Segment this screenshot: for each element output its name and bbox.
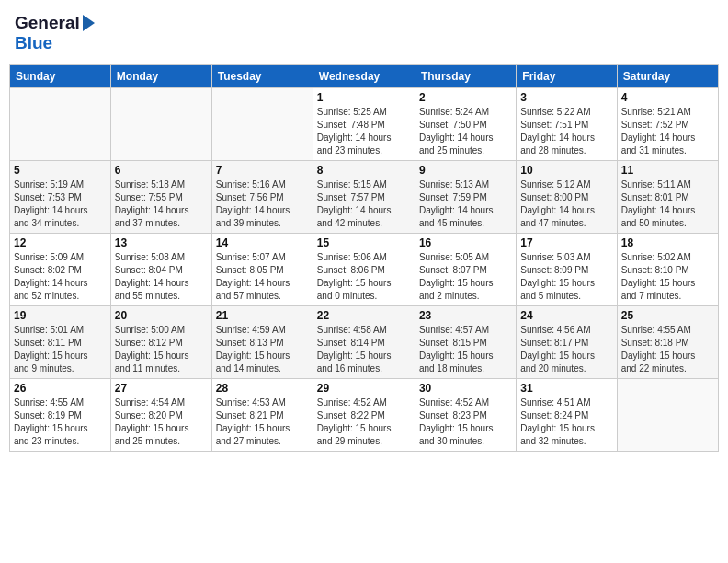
calendar-cell: 19Sunrise: 5:01 AM Sunset: 8:11 PM Dayli… [10, 306, 111, 379]
calendar-cell: 21Sunrise: 4:59 AM Sunset: 8:13 PM Dayli… [211, 306, 313, 379]
day-number: 21 [216, 309, 309, 322]
day-number: 20 [115, 309, 208, 322]
calendar-cell: 16Sunrise: 5:05 AM Sunset: 8:07 PM Dayli… [415, 234, 516, 306]
day-info: Sunrise: 4:59 AM Sunset: 8:13 PM Dayligh… [216, 324, 309, 375]
day-number: 17 [520, 236, 612, 249]
day-number: 7 [216, 164, 309, 177]
day-info: Sunrise: 4:56 AM Sunset: 8:17 PM Dayligh… [520, 324, 612, 375]
day-number: 31 [520, 382, 612, 395]
calendar-cell: 31Sunrise: 4:51 AM Sunset: 8:24 PM Dayli… [517, 379, 617, 452]
calendar-table: SundayMondayTuesdayWednesdayThursdayFrid… [9, 64, 719, 452]
calendar-cell [110, 88, 211, 161]
day-number: 27 [115, 382, 208, 395]
day-info: Sunrise: 4:52 AM Sunset: 8:23 PM Dayligh… [419, 396, 512, 448]
calendar-cell: 17Sunrise: 5:03 AM Sunset: 8:09 PM Dayli… [517, 234, 617, 306]
day-info: Sunrise: 5:25 AM Sunset: 7:48 PM Dayligh… [317, 106, 411, 157]
day-info: Sunrise: 5:06 AM Sunset: 8:06 PM Dayligh… [317, 251, 411, 303]
calendar-cell [10, 88, 111, 161]
day-info: Sunrise: 5:16 AM Sunset: 7:56 PM Dayligh… [216, 178, 309, 230]
calendar-cell: 5Sunrise: 5:19 AM Sunset: 7:53 PM Daylig… [10, 161, 111, 234]
logo-text-blue: Blue [15, 33, 52, 53]
day-info: Sunrise: 5:24 AM Sunset: 7:50 PM Dayligh… [419, 106, 512, 157]
day-number: 5 [14, 164, 107, 177]
calendar-week-row: 1Sunrise: 5:25 AM Sunset: 7:48 PM Daylig… [10, 88, 719, 161]
calendar-cell: 23Sunrise: 4:57 AM Sunset: 8:15 PM Dayli… [415, 306, 516, 379]
day-number: 2 [419, 91, 512, 104]
day-number: 25 [621, 309, 714, 322]
day-info: Sunrise: 5:08 AM Sunset: 8:04 PM Dayligh… [115, 251, 208, 303]
calendar-cell: 2Sunrise: 5:24 AM Sunset: 7:50 PM Daylig… [415, 88, 516, 161]
calendar-cell: 27Sunrise: 4:54 AM Sunset: 8:20 PM Dayli… [110, 379, 211, 452]
day-info: Sunrise: 4:51 AM Sunset: 8:24 PM Dayligh… [520, 396, 612, 448]
calendar-cell: 25Sunrise: 4:55 AM Sunset: 8:18 PM Dayli… [617, 306, 718, 379]
calendar-cell: 10Sunrise: 5:12 AM Sunset: 8:00 PM Dayli… [517, 161, 617, 234]
calendar-cell: 7Sunrise: 5:16 AM Sunset: 7:56 PM Daylig… [211, 161, 313, 234]
day-of-week-header: Friday [517, 65, 617, 88]
day-info: Sunrise: 5:00 AM Sunset: 8:12 PM Dayligh… [115, 324, 208, 375]
calendar-cell: 9Sunrise: 5:13 AM Sunset: 7:59 PM Daylig… [415, 161, 516, 234]
day-info: Sunrise: 4:58 AM Sunset: 8:14 PM Dayligh… [317, 324, 411, 375]
calendar-week-row: 12Sunrise: 5:09 AM Sunset: 8:02 PM Dayli… [10, 234, 719, 306]
day-info: Sunrise: 5:11 AM Sunset: 8:01 PM Dayligh… [621, 178, 714, 230]
calendar-cell: 28Sunrise: 4:53 AM Sunset: 8:21 PM Dayli… [211, 379, 313, 452]
day-number: 14 [216, 236, 309, 249]
day-number: 10 [520, 164, 612, 177]
day-number: 24 [520, 309, 612, 322]
calendar-cell: 15Sunrise: 5:06 AM Sunset: 8:06 PM Dayli… [313, 234, 415, 306]
day-info: Sunrise: 5:12 AM Sunset: 8:00 PM Dayligh… [520, 178, 612, 230]
calendar-header-row: SundayMondayTuesdayWednesdayThursdayFrid… [10, 65, 719, 88]
day-number: 15 [317, 236, 411, 249]
calendar-cell: 20Sunrise: 5:00 AM Sunset: 8:12 PM Dayli… [110, 306, 211, 379]
logo-text-general: General [15, 13, 80, 33]
calendar-cell: 18Sunrise: 5:02 AM Sunset: 8:10 PM Dayli… [617, 234, 718, 306]
day-number: 30 [419, 382, 512, 395]
day-number: 4 [621, 91, 714, 104]
calendar-cell: 24Sunrise: 4:56 AM Sunset: 8:17 PM Dayli… [517, 306, 617, 379]
day-number: 6 [115, 164, 208, 177]
day-number: 1 [317, 91, 411, 104]
calendar-cell: 22Sunrise: 4:58 AM Sunset: 8:14 PM Dayli… [313, 306, 415, 379]
day-info: Sunrise: 5:22 AM Sunset: 7:51 PM Dayligh… [520, 106, 612, 157]
logo-arrow-icon [83, 15, 95, 31]
calendar-week-row: 19Sunrise: 5:01 AM Sunset: 8:11 PM Dayli… [10, 306, 719, 379]
day-info: Sunrise: 5:18 AM Sunset: 7:55 PM Dayligh… [115, 178, 208, 230]
day-number: 19 [14, 309, 107, 322]
day-of-week-header: Saturday [617, 65, 718, 88]
calendar-cell: 4Sunrise: 5:21 AM Sunset: 7:52 PM Daylig… [617, 88, 718, 161]
day-number: 26 [14, 382, 107, 395]
day-info: Sunrise: 4:55 AM Sunset: 8:19 PM Dayligh… [14, 396, 107, 448]
day-info: Sunrise: 5:13 AM Sunset: 7:59 PM Dayligh… [419, 178, 512, 230]
calendar-cell: 1Sunrise: 5:25 AM Sunset: 7:48 PM Daylig… [313, 88, 415, 161]
day-number: 11 [621, 164, 714, 177]
day-of-week-header: Monday [110, 65, 211, 88]
logo: General Blue [15, 13, 95, 53]
day-info: Sunrise: 5:09 AM Sunset: 8:02 PM Dayligh… [14, 251, 107, 303]
day-info: Sunrise: 5:02 AM Sunset: 8:10 PM Dayligh… [621, 251, 714, 303]
day-info: Sunrise: 5:15 AM Sunset: 7:57 PM Dayligh… [317, 178, 411, 230]
calendar-cell: 6Sunrise: 5:18 AM Sunset: 7:55 PM Daylig… [110, 161, 211, 234]
day-of-week-header: Wednesday [313, 65, 415, 88]
day-number: 23 [419, 309, 512, 322]
day-number: 16 [419, 236, 512, 249]
calendar-cell [617, 379, 718, 452]
calendar-week-row: 26Sunrise: 4:55 AM Sunset: 8:19 PM Dayli… [10, 379, 719, 452]
calendar-cell: 26Sunrise: 4:55 AM Sunset: 8:19 PM Dayli… [10, 379, 111, 452]
day-info: Sunrise: 5:05 AM Sunset: 8:07 PM Dayligh… [419, 251, 512, 303]
day-number: 3 [520, 91, 612, 104]
calendar-cell: 30Sunrise: 4:52 AM Sunset: 8:23 PM Dayli… [415, 379, 516, 452]
day-of-week-header: Thursday [415, 65, 516, 88]
day-info: Sunrise: 5:01 AM Sunset: 8:11 PM Dayligh… [14, 324, 107, 375]
day-info: Sunrise: 5:07 AM Sunset: 8:05 PM Dayligh… [216, 251, 309, 303]
day-info: Sunrise: 4:52 AM Sunset: 8:22 PM Dayligh… [317, 396, 411, 448]
calendar-cell: 8Sunrise: 5:15 AM Sunset: 7:57 PM Daylig… [313, 161, 415, 234]
day-number: 22 [317, 309, 411, 322]
calendar-cell: 14Sunrise: 5:07 AM Sunset: 8:05 PM Dayli… [211, 234, 313, 306]
day-number: 29 [317, 382, 411, 395]
day-info: Sunrise: 5:21 AM Sunset: 7:52 PM Dayligh… [621, 106, 714, 157]
day-info: Sunrise: 4:53 AM Sunset: 8:21 PM Dayligh… [216, 396, 309, 448]
calendar-cell [211, 88, 313, 161]
day-info: Sunrise: 5:19 AM Sunset: 7:53 PM Dayligh… [14, 178, 107, 230]
day-info: Sunrise: 4:57 AM Sunset: 8:15 PM Dayligh… [419, 324, 512, 375]
day-of-week-header: Tuesday [211, 65, 313, 88]
day-number: 12 [14, 236, 107, 249]
